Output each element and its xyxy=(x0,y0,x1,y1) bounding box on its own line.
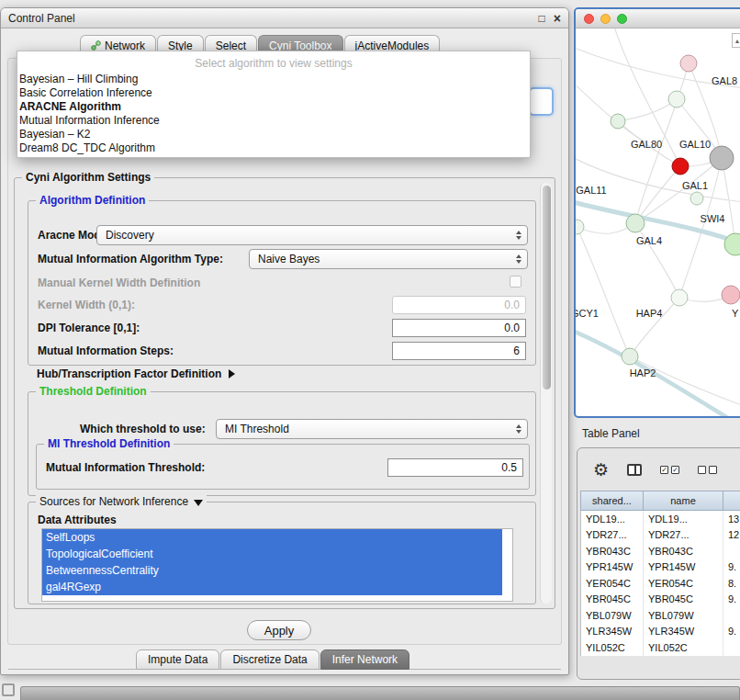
node-label-gal1: GAL1 xyxy=(682,180,708,191)
network-edge xyxy=(576,82,646,142)
hub-definition-label: Hub/Transcription Factor Definition xyxy=(37,367,221,380)
table-row[interactable]: YER054CYER054C8. xyxy=(581,575,740,592)
mi-algorithm-type-select[interactable]: Naive Bayes xyxy=(249,249,528,269)
mi-steps-field[interactable]: 6 xyxy=(392,342,526,360)
node-table: shared...name YDL19...YDL19...13YDR27...… xyxy=(580,491,740,656)
table-cell: 9. xyxy=(723,592,740,608)
algorithm-option-mutual-information-inference[interactable]: Mutual Information Inference xyxy=(17,114,530,128)
table-row[interactable]: YPR145WYPR145W9. xyxy=(581,559,740,576)
network-node-red[interactable] xyxy=(672,158,689,175)
settings-scrollbar[interactable] xyxy=(540,183,552,604)
combo-arrows-icon xyxy=(516,231,521,240)
table-header: shared...name xyxy=(580,491,740,511)
table-cell: 12 xyxy=(723,527,740,544)
column-header-shared[interactable]: shared... xyxy=(581,491,644,510)
algorithm-option-bayesian-k2[interactable]: Bayesian – K2 xyxy=(17,128,530,141)
gear-icon[interactable]: ⚙ xyxy=(593,461,609,479)
bottom-tab-infer-network[interactable]: Infer Network xyxy=(320,649,409,670)
table-row[interactable]: YDL19...YDL19...13 xyxy=(581,511,740,527)
network-node-gal10[interactable] xyxy=(710,146,734,170)
network-node-hap2[interactable] xyxy=(622,348,638,365)
bottom-tab-discretize-data[interactable]: Discretize Data xyxy=(220,649,319,670)
table-cell: 13 xyxy=(723,511,740,527)
columns-icon[interactable] xyxy=(627,464,642,476)
bottom-panel-strip[interactable] xyxy=(20,686,740,700)
table-cell: YDR27... xyxy=(581,527,644,544)
network-node-gal1[interactable] xyxy=(690,192,703,205)
algorithm-option-dream8-dc-tdc-algorithm[interactable]: Dream8 DC_TDC Algorithm xyxy=(17,141,530,155)
select-all-checkboxes-icon[interactable]: ✓✓ xyxy=(660,466,679,474)
bottom-tab-impute-data[interactable]: Impute Data xyxy=(136,649,219,670)
data-attributes-label: Data Attributes xyxy=(38,514,117,526)
minimize-traffic-light-icon[interactable] xyxy=(600,14,611,24)
mi-threshold-value: 0.5 xyxy=(501,461,517,474)
node-label-swi4: SWI4 xyxy=(701,213,725,224)
network-node-pale-1[interactable] xyxy=(668,91,685,107)
checked-box-icon: ✓ xyxy=(660,466,668,474)
column-header-name[interactable]: name xyxy=(644,491,723,510)
table-row[interactable]: YDR27...YDR27...12 xyxy=(581,527,740,544)
close-traffic-light-icon[interactable] xyxy=(584,14,594,24)
aracne-mode-select[interactable]: Discovery xyxy=(96,225,528,245)
table-row[interactable]: YBL079WYBL079W xyxy=(581,607,740,624)
deselect-all-checkboxes-icon[interactable] xyxy=(698,466,717,474)
attribute-item-gal4rgexp[interactable]: gal4RGexp xyxy=(42,579,502,595)
network-scrollbar-button[interactable]: ▲ xyxy=(732,33,740,48)
network-node-gal4[interactable] xyxy=(626,214,645,232)
float-window-icon[interactable]: □ xyxy=(539,12,545,25)
algorithm-popup-list: Bayesian – Hill ClimbingBasic Correlatio… xyxy=(17,73,530,155)
sources-group-title[interactable]: Sources for Network Inference xyxy=(36,495,207,508)
algorithm-option-aracne-algorithm[interactable]: ARACNE Algorithm xyxy=(17,100,530,114)
zoom-traffic-light-icon[interactable] xyxy=(617,14,627,24)
mi-algorithm-type-label: Mutual Information Algorithm Type: xyxy=(38,253,223,265)
which-threshold-select[interactable]: MI Threshold xyxy=(216,419,528,439)
table-row[interactable]: YBR043CYBR043C xyxy=(581,543,740,559)
network-node-pink-top[interactable] xyxy=(680,55,697,72)
cyni-algorithm-settings-group: Cyni Algorithm Settings Algorithm Defini… xyxy=(14,177,555,609)
algorithm-dropdown-popup: Select algorithm to view settings Bayesi… xyxy=(17,51,531,158)
algorithm-select-fragment[interactable] xyxy=(529,87,554,116)
mi-algorithm-type-value: Naive Bayes xyxy=(258,253,320,265)
network-canvas[interactable]: GAL8GAL80GAL10GAL11GAL1SWI4GAL4GCY1HAP4Y… xyxy=(576,28,740,416)
minimized-window-icon[interactable] xyxy=(2,683,15,696)
table-row[interactable]: YIL052CYIL052C xyxy=(581,639,740,656)
dpi-tolerance-label: DPI Tolerance [0,1]: xyxy=(38,322,140,334)
dpi-tolerance-field[interactable]: 0.0 xyxy=(392,319,526,337)
network-node-left-edge[interactable] xyxy=(576,220,584,234)
attribute-item-topologicalcoefficient[interactable]: TopologicalCoefficient xyxy=(42,546,502,562)
algorithm-option-bayesian-hill-climbing[interactable]: Bayesian – Hill Climbing xyxy=(17,73,530,86)
table-row[interactable]: YLR345WYLR345W9. xyxy=(581,624,740,640)
attribute-item-betweennesscentrality[interactable]: BetweennessCentrality xyxy=(42,562,502,579)
apply-button[interactable]: Apply xyxy=(247,620,311,640)
network-node-pink-right[interactable] xyxy=(722,286,740,304)
kernel-width-value: 0.0 xyxy=(504,299,520,311)
network-node-hap4[interactable] xyxy=(671,289,688,306)
table-cell: YLR345W xyxy=(644,624,723,640)
attribute-item-selfloops[interactable]: SelfLoops xyxy=(42,529,502,546)
which-threshold-label: Which threshold to use: xyxy=(80,423,206,435)
close-icon[interactable]: × xyxy=(554,13,561,24)
table-body[interactable]: YDL19...YDL19...13YDR27...YDR27...12YBR0… xyxy=(580,511,740,656)
mi-threshold-group-title: MI Threshold Definition xyxy=(44,437,174,450)
table-cell: YIL052C xyxy=(644,639,723,656)
mi-steps-label: Mutual Information Steps: xyxy=(38,344,174,357)
table-row[interactable]: YBR045CYBR045C9. xyxy=(581,592,740,608)
node-label-gal8: GAL8 xyxy=(712,75,737,86)
hub-definition-toggle[interactable]: Hub/Transcription Factor Definition xyxy=(37,367,235,380)
data-attributes-list[interactable]: SelfLoopsTopologicalCoefficientBetweenne… xyxy=(41,528,513,602)
network-node-pale-2[interactable] xyxy=(611,114,625,129)
table-cell: YIL052C xyxy=(581,639,644,656)
sources-group: Sources for Network Inference Data Attri… xyxy=(28,502,536,604)
bottom-tab-bar: Impute DataDiscretize DataInfer Network xyxy=(136,649,410,670)
collapse-down-icon xyxy=(194,500,203,506)
algorithm-popup-placeholder: Select algorithm to view settings xyxy=(17,54,530,73)
mi-threshold-field[interactable]: 0.5 xyxy=(387,458,523,477)
node-label-gal80: GAL80 xyxy=(631,139,662,150)
algorithm-option-basic-correlation-inference[interactable]: Basic Correlation Inference xyxy=(17,86,530,100)
table-panel-label: Table Panel xyxy=(582,427,640,440)
column-header-2[interactable] xyxy=(723,491,740,510)
manual-kernel-width-checkbox[interactable] xyxy=(510,276,521,288)
table-toolbar: ⚙ ✓✓ xyxy=(577,448,740,491)
settings-scrollbar-thumb[interactable] xyxy=(543,186,551,390)
node-label-gal11: GAL11 xyxy=(576,185,606,196)
